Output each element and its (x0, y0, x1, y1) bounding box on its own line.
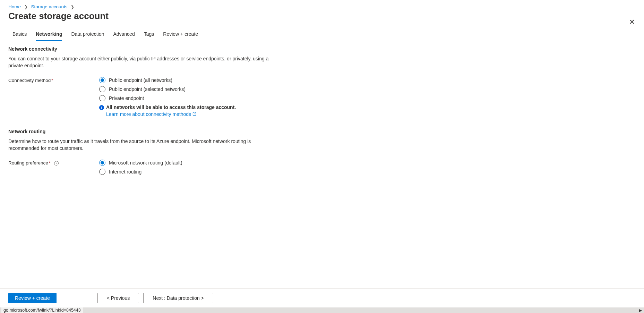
chevron-right-icon: ❯ (22, 5, 30, 9)
browser-status-bar: go.microsoft.com/fwlink/?LinkId=845443 ▶ (0, 307, 644, 313)
review-create-button[interactable]: Review + create (8, 293, 57, 303)
tab-advanced[interactable]: Advanced (113, 31, 135, 41)
section-desc-connectivity: You can connect to your storage account … (8, 55, 279, 69)
radio-icon (99, 77, 105, 83)
radio-icon (99, 160, 105, 166)
radio-label: Private endpoint (109, 95, 144, 101)
footer-bar: Review + create < Previous Next : Data p… (0, 288, 644, 307)
previous-button[interactable]: < Previous (97, 293, 139, 303)
label-connectivity-method: Connectivity method* (8, 77, 99, 83)
info-tooltip-icon[interactable]: i (54, 161, 59, 166)
caret-right-icon: ▶ (639, 308, 642, 313)
radio-label: Public endpoint (all networks) (109, 77, 172, 83)
breadcrumb-storage-accounts[interactable]: Storage accounts (31, 4, 68, 9)
link-learn-more-connectivity[interactable]: Learn more about connectivity methods (106, 111, 636, 117)
section-heading-connectivity: Network connectivity (8, 46, 636, 52)
close-icon[interactable]: ✕ (627, 16, 637, 27)
tab-data-protection[interactable]: Data protection (71, 31, 104, 41)
tab-review-create[interactable]: Review + create (163, 31, 198, 41)
radio-icon (99, 95, 105, 101)
radio-public-selected-networks[interactable]: Public endpoint (selected networks) (99, 86, 636, 92)
info-connectivity: i All networks will be able to access th… (99, 104, 349, 111)
radio-label: Public endpoint (selected networks) (109, 86, 186, 92)
radio-internet-routing[interactable]: Internet routing (99, 169, 636, 175)
tab-networking[interactable]: Networking (36, 31, 62, 41)
radio-icon (99, 169, 105, 175)
radio-public-all-networks[interactable]: Public endpoint (all networks) (99, 77, 636, 83)
radio-label: Microsoft network routing (default) (109, 160, 182, 166)
tab-basics[interactable]: Basics (12, 31, 27, 41)
page-title: Create storage account (8, 11, 109, 22)
radio-label: Internet routing (109, 169, 141, 175)
chevron-right-icon: ❯ (69, 5, 76, 9)
breadcrumb: Home ❯ Storage accounts ❯ (8, 4, 636, 9)
info-text: All networks will be able to access this… (106, 104, 236, 111)
radio-private-endpoint[interactable]: Private endpoint (99, 95, 636, 101)
radio-icon (99, 86, 105, 92)
tab-tags[interactable]: Tags (144, 31, 154, 41)
external-link-icon (192, 111, 196, 117)
label-routing-preference: Routing preference* i (8, 160, 99, 166)
info-icon: i (99, 105, 104, 110)
next-button[interactable]: Next : Data protection > (143, 293, 213, 303)
radio-ms-network-routing[interactable]: Microsoft network routing (default) (99, 160, 636, 166)
status-url: go.microsoft.com/fwlink/?LinkId=845443 (1, 307, 83, 313)
section-desc-routing: Determine how to route your traffic as i… (8, 138, 279, 152)
section-heading-routing: Network routing (8, 129, 636, 134)
breadcrumb-home[interactable]: Home (8, 4, 21, 9)
tabs: Basics Networking Data protection Advanc… (8, 31, 636, 41)
